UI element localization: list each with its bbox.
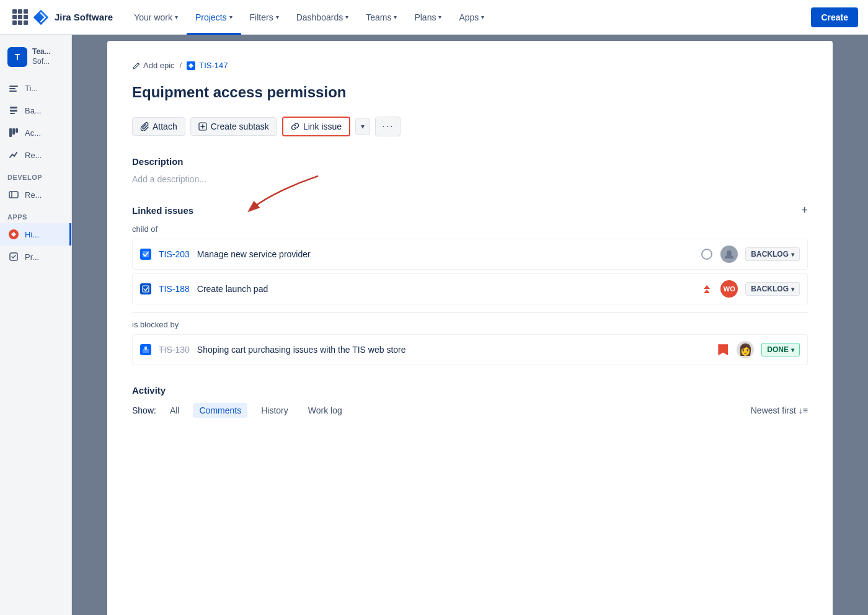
hier-icon (7, 228, 20, 241)
activity-tab-history[interactable]: History (255, 403, 294, 418)
svg-rect-7 (12, 128, 15, 135)
attach-button[interactable]: Attach (132, 117, 185, 136)
grid-icon (12, 9, 28, 25)
issue-status-188[interactable]: BACKLOG ▾ (745, 282, 800, 296)
logo[interactable]: Jira Software (32, 9, 113, 26)
issue-modal: Add epic / TIS-147 Equipment access perm… (107, 41, 833, 615)
nav-filters[interactable]: Filters ▾ (241, 0, 288, 35)
sort-order[interactable]: Newest first ↓≡ (751, 405, 808, 415)
more-actions-button[interactable]: ··· (375, 117, 401, 136)
sidebar-item-releases[interactable]: Re... (0, 184, 71, 206)
nav-projects[interactable]: Projects ▾ (187, 0, 241, 35)
nav-dashboards[interactable]: Dashboards ▾ (288, 0, 358, 35)
chevron-down-icon: ▾ (229, 14, 232, 20)
sidebar-item-project[interactable]: Pr... (0, 246, 71, 268)
issue-summary-203: Manage new service provider (197, 249, 694, 259)
svg-rect-5 (10, 113, 15, 114)
nav-your-work[interactable]: Your work ▾ (125, 0, 187, 35)
linked-issue-row[interactable]: TIS-130 Shoping cart purchasing issues w… (132, 334, 808, 365)
svg-rect-3 (10, 107, 17, 108)
nav-apps[interactable]: Apps ▾ (450, 0, 493, 35)
app-name: Jira Software (55, 12, 113, 22)
reports-icon (7, 149, 20, 161)
action-buttons: Attach Create subtask Link issue ▾ ··· (132, 117, 808, 136)
activity-tab-worklog[interactable]: Work log (302, 403, 348, 418)
issue-title: Equipment access permission (132, 82, 808, 102)
breadcrumb-separator: / (180, 61, 182, 70)
chevron-down-icon: ▾ (175, 14, 178, 20)
project-icon (7, 250, 20, 263)
description-section-title: Description (132, 156, 808, 167)
breadcrumb-edit-epic[interactable]: Add epic (132, 61, 175, 70)
add-linked-issue-button[interactable]: + (801, 204, 808, 217)
link-issue-button[interactable]: Link issue (282, 117, 350, 136)
issue-key-188[interactable]: TIS-188 (159, 284, 190, 294)
jira-logo-icon (32, 9, 50, 26)
create-subtask-button[interactable]: Create subtask (190, 117, 277, 136)
linked-issue-row[interactable]: TIS-203 Manage new service provider BACK… (132, 239, 808, 270)
link-issue-dropdown[interactable]: ▾ (355, 118, 370, 135)
activity-tab-all[interactable]: All (164, 403, 186, 418)
sidebar-label-timeline: Ti... (25, 84, 38, 93)
sidebar-label-releases: Re... (25, 190, 42, 200)
link-group-label-blocked-by: is blocked by (132, 320, 808, 329)
team-info: Tea... Sof... (32, 47, 51, 66)
svg-rect-17 (143, 349, 149, 353)
sidebar-apps-nav: Hi... (0, 223, 71, 246)
issue-key-130[interactable]: TIS-130 (159, 345, 190, 355)
sidebar-team[interactable]: T Tea... Sof... (0, 42, 71, 77)
sidebar-section-develop: DEVELOP (0, 166, 71, 184)
chevron-down-icon: ▾ (394, 14, 397, 20)
sidebar-nav: Ti... Ba... Ac... Re... (0, 77, 71, 166)
issue-summary-130: Shoping cart purchasing issues with the … (197, 345, 710, 355)
issue-type-icon (187, 61, 195, 70)
svg-rect-0 (9, 86, 18, 87)
svg-rect-8 (16, 128, 18, 133)
svg-rect-6 (9, 128, 12, 137)
activity-filters: Show: All Comments History Work log Newe… (132, 403, 808, 418)
issue-status-130[interactable]: DONE ▾ (761, 343, 800, 356)
sidebar-item-hier[interactable]: Hi... (0, 223, 71, 246)
nav-menu: Your work ▾ Projects ▾ Filters ▾ Dashboa… (125, 0, 808, 35)
issue-assignee-anon (720, 246, 738, 263)
sidebar-label-board: Ac... (25, 128, 41, 138)
chevron-down-icon: ▾ (438, 14, 441, 20)
sidebar: T Tea... Sof... Ti... Ba... (0, 35, 72, 615)
sidebar-label-reports: Re... (25, 151, 42, 160)
link-group-label-child-of: child of (132, 224, 808, 234)
grid-menu-button[interactable] (10, 7, 30, 27)
issue-status-203[interactable]: BACKLOG ▾ (745, 247, 800, 261)
issue-key-203[interactable]: TIS-203 (159, 249, 190, 259)
svg-rect-2 (9, 91, 17, 92)
backlog-icon (7, 104, 20, 117)
breadcrumb-issue-link[interactable]: TIS-147 (187, 61, 228, 70)
issue-assignee-photo: 👩 (737, 341, 754, 358)
sidebar-item-reports[interactable]: Re... (0, 144, 71, 166)
modal-overlay[interactable]: Add epic / TIS-147 Equipment access perm… (72, 35, 868, 615)
sidebar-develop-nav: Re... (0, 184, 71, 206)
chevron-down-icon: ▾ (276, 14, 279, 20)
activity-tab-comments[interactable]: Comments (193, 403, 247, 418)
description-field[interactable]: Add a description... (132, 174, 808, 184)
subtask-icon (198, 122, 207, 131)
svg-rect-4 (10, 110, 17, 112)
timeline-icon (7, 82, 20, 94)
sidebar-item-timeline[interactable]: Ti... (0, 77, 71, 99)
attach-icon (140, 122, 149, 131)
svg-rect-1 (9, 88, 16, 89)
nav-plans[interactable]: Plans ▾ (405, 0, 450, 35)
sidebar-item-backlog[interactable]: Ba... (0, 99, 71, 122)
issue-assignee-wo: WO (720, 280, 738, 298)
nav-teams[interactable]: Teams ▾ (357, 0, 405, 35)
issue-priority-bookmark (717, 343, 729, 356)
sidebar-item-board[interactable]: Ac... (0, 122, 71, 144)
breadcrumb: Add epic / TIS-147 (132, 61, 808, 70)
svg-rect-9 (9, 192, 18, 198)
sidebar-label-hier: Hi... (25, 230, 39, 239)
issue-priority-high (701, 283, 713, 295)
issue-type-bug-icon (140, 344, 151, 355)
sidebar-label-project: Pr... (25, 252, 39, 262)
sidebar-section-apps: APPS (0, 206, 71, 223)
linked-issue-row[interactable]: TIS-188 Create launch pad WO BACKLOG ▾ (132, 273, 808, 304)
create-button[interactable]: Create (811, 7, 858, 27)
